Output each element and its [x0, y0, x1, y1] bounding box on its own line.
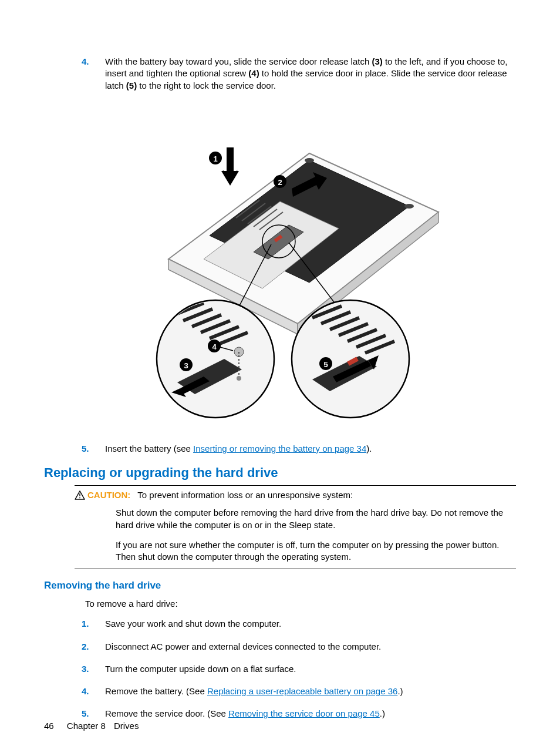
- step-list-top-2: 5. Insert the battery (see Inserting or …: [82, 443, 516, 455]
- step-number: 4.: [82, 56, 105, 92]
- step-list-top: 4. With the battery bay toward you, slid…: [82, 56, 516, 92]
- step-b2: 2. Disconnect AC power and external devi…: [82, 641, 516, 653]
- step-text: Insert the battery (see Inserting or rem…: [105, 443, 516, 455]
- svg-marker-9: [221, 171, 239, 186]
- svg-text:5: 5: [323, 359, 328, 368]
- link-replace-battery[interactable]: Replacing a user-replaceable battery on …: [207, 686, 397, 696]
- laptop-underside-illustration: 1 2: [116, 106, 444, 424]
- caution-para-1: Shut down the computer before removing t…: [116, 507, 516, 531]
- detail-circle-left: 3 4: [157, 300, 274, 418]
- heading-removing-hard-drive: Removing the hard drive: [44, 580, 516, 592]
- document-page: 4. With the battery bay toward you, slid…: [0, 0, 560, 746]
- page-footer: 46 Chapter 8 Drives: [44, 721, 139, 731]
- detail-circle-right: 5: [292, 300, 409, 418]
- caution-lead: To prevent information loss or an unresp…: [137, 490, 353, 500]
- chapter-label: Chapter 8: [67, 721, 106, 731]
- caution-para-2: If you are not sure whether the computer…: [116, 539, 516, 563]
- service-door-diagram: 1 2: [44, 106, 516, 425]
- step-text: With the battery bay toward you, slide t…: [105, 56, 516, 92]
- arrow-1-icon: [221, 147, 239, 186]
- step-list-bottom: 1. Save your work and shut down the comp…: [82, 618, 516, 720]
- svg-text:1: 1: [213, 154, 217, 163]
- svg-point-53: [79, 498, 80, 499]
- caution-label: CAUTION:: [87, 490, 130, 500]
- step-5: 5. Insert the battery (see Inserting or …: [82, 443, 516, 455]
- page-number: 46: [44, 721, 54, 731]
- svg-text:2: 2: [278, 177, 282, 186]
- svg-rect-8: [227, 147, 234, 171]
- warning-icon: [75, 490, 85, 500]
- svg-text:3: 3: [184, 361, 188, 369]
- intro-text: To remove a hard drive:: [85, 599, 516, 609]
- step-b4: 4. Remove the battery. (See Replacing a …: [82, 685, 516, 697]
- caution-block: CAUTION:To prevent information loss or a…: [75, 485, 516, 569]
- chapter-title: Drives: [114, 721, 139, 731]
- svg-text:4: 4: [212, 342, 217, 351]
- svg-point-6: [305, 158, 314, 163]
- step-b5: 5. Remove the service door. (See Removin…: [82, 708, 516, 720]
- step-b1: 1. Save your work and shut down the comp…: [82, 618, 516, 630]
- step-4: 4. With the battery bay toward you, slid…: [82, 56, 516, 92]
- svg-point-7: [404, 204, 414, 209]
- step-number: 5.: [82, 443, 105, 455]
- link-remove-service-door[interactable]: Removing the service door on page 45: [228, 708, 380, 718]
- svg-point-31: [237, 376, 241, 381]
- heading-replacing-hard-drive: Replacing or upgrading the hard drive: [44, 465, 516, 480]
- link-battery[interactable]: Inserting or removing the battery on pag…: [193, 443, 366, 453]
- step-b3: 3. Turn the computer upside down on a fl…: [82, 663, 516, 675]
